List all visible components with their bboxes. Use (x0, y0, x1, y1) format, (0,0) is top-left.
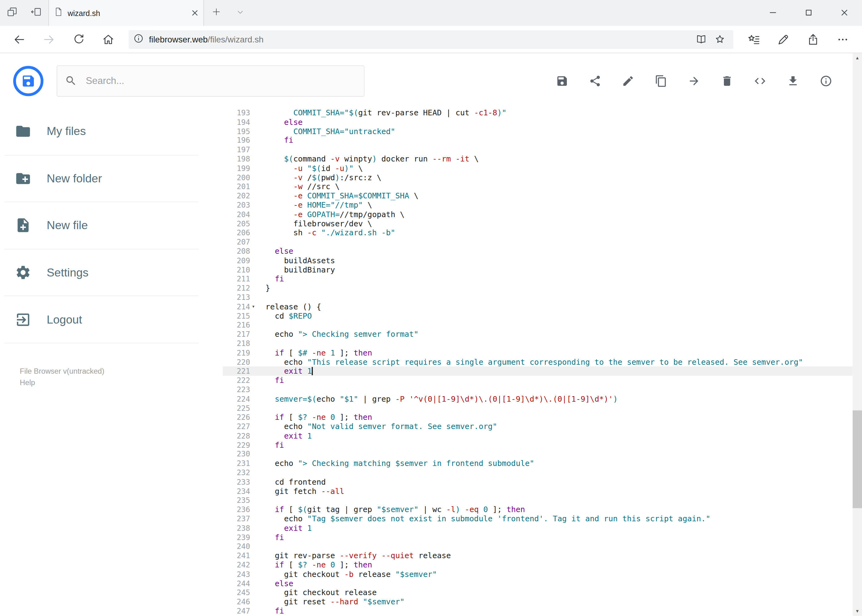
rename-button[interactable] (618, 71, 638, 91)
sidebar-item-my-files[interactable]: My files (4, 108, 199, 155)
code-line[interactable]: 203 -e HOME="//tmp" \ (222, 201, 853, 210)
reading-view-button[interactable] (692, 30, 710, 49)
code-line[interactable]: 240 (222, 542, 853, 551)
code-line[interactable]: 205 filebrowser/dev \ (222, 219, 853, 228)
code-line[interactable]: 217 echo "> Checking semver format" (222, 330, 853, 339)
code-line[interactable]: 221 exit 1 (222, 366, 853, 376)
info-button[interactable] (816, 71, 836, 91)
code-line[interactable]: 197 (222, 145, 853, 154)
code-line[interactable]: 204 -e GOPATH=//tmp/gopath \ (222, 210, 853, 219)
browser-tab[interactable]: wizard.sh (48, 0, 204, 26)
hub-button[interactable] (739, 25, 769, 53)
code-line[interactable]: 195 COMMIT_SHA="untracked" (222, 127, 853, 136)
code-line[interactable]: 229 fi (222, 440, 853, 449)
code-line[interactable]: 231 echo "> Checking matching $semver in… (222, 459, 853, 468)
tabs-aside-button[interactable] (0, 0, 24, 26)
copy-button[interactable] (651, 71, 671, 91)
code-line[interactable]: 247 fi (222, 607, 853, 616)
page-scrollbar[interactable]: ▲ ▼ (853, 53, 862, 616)
forward-button[interactable] (34, 25, 64, 53)
code-line[interactable]: 239 fi (222, 533, 853, 542)
code-line[interactable]: 233 cd frontend (222, 477, 853, 487)
code-line[interactable]: 244 else (222, 579, 853, 588)
code-line[interactable]: 218 (222, 339, 853, 348)
minimize-button[interactable] (755, 0, 791, 26)
refresh-button[interactable] (64, 25, 93, 53)
sidebar-item-new-file[interactable]: New file (4, 202, 199, 250)
code-line[interactable]: 196 fi (222, 136, 853, 145)
fold-marker-icon[interactable]: ▾ (252, 302, 255, 311)
set-tabs-aside-button[interactable] (24, 0, 49, 26)
help-link[interactable]: Help (20, 377, 222, 388)
code-line[interactable]: 211 fi (222, 274, 853, 284)
more-options-button[interactable] (828, 25, 857, 53)
scroll-down-arrow[interactable]: ▼ (853, 607, 862, 616)
code-line[interactable]: 199 -u "$(id -u)" \ (222, 163, 853, 173)
address-bar[interactable]: filebrowser.web/files/wizard.sh (129, 30, 733, 49)
tab-list-button[interactable] (228, 0, 252, 26)
code-line[interactable]: 198 $(command -v winpty) docker run --rm… (222, 154, 853, 163)
code-line[interactable]: 200 -v /$(pwd):/src:z \ (222, 173, 853, 182)
maximize-button[interactable] (791, 0, 826, 26)
code-line[interactable]: 207 (222, 237, 853, 247)
sidebar-item-new-folder[interactable]: New folder (4, 155, 199, 202)
code-line[interactable]: 219 if [ $# -ne 1 ]; then (222, 348, 853, 357)
sidebar-item-settings[interactable]: Settings (4, 250, 199, 297)
code-line[interactable]: 206 sh -c "./wizard.sh -b" (222, 228, 853, 237)
new-tab-button[interactable] (204, 0, 229, 26)
scroll-up-arrow[interactable]: ▲ (853, 53, 862, 63)
code-line[interactable]: 202 -e COMMIT_SHA=$COMMIT_SHA \ (222, 191, 853, 201)
code-line[interactable]: 208 else (222, 247, 853, 256)
site-info-icon[interactable] (133, 33, 144, 46)
code-line[interactable]: 246 git reset --hard "$semver" (222, 597, 853, 607)
code-line[interactable]: 224 semver=$(echo "$1" | grep -P '^v(0|[… (222, 394, 853, 404)
code-line[interactable]: 193 COMMIT_SHA="$(git rev-parse HEAD | c… (222, 108, 853, 118)
code-line[interactable]: 215 cd $REPO (222, 311, 853, 321)
scrollbar-thumb[interactable] (853, 410, 862, 508)
download-button[interactable] (783, 71, 803, 91)
code-line[interactable]: 235 (222, 496, 853, 505)
move-button[interactable] (684, 71, 704, 91)
code-line[interactable]: 214▾release () { (222, 302, 853, 311)
code-line[interactable]: 232 (222, 468, 853, 477)
code-line[interactable]: 210 buildBinary (222, 265, 853, 274)
close-button[interactable] (826, 0, 862, 26)
code-line[interactable]: 227 echo "Not valid semver format. See s… (222, 422, 853, 431)
code-line[interactable]: 228 exit 1 (222, 431, 853, 440)
tab-close-icon[interactable] (192, 8, 198, 18)
share-page-button[interactable] (798, 25, 828, 53)
code-line[interactable]: 230 (222, 449, 853, 459)
save-button[interactable] (552, 71, 572, 91)
code-line[interactable]: 194 else (222, 118, 853, 127)
sidebar-item-logout[interactable]: Logout (4, 297, 199, 344)
home-button[interactable] (93, 25, 123, 53)
add-favorite-button[interactable] (710, 30, 729, 49)
code-line[interactable]: 234 git fetch --all (222, 487, 853, 496)
code-line[interactable]: 236 if [ $(git tag | grep "$semver" | wc… (222, 505, 853, 514)
code-line[interactable]: 220 echo "This release script requires a… (222, 357, 853, 366)
code-line[interactable]: 223 (222, 385, 853, 394)
code-line[interactable]: 209 buildAssets (222, 256, 853, 265)
web-note-button[interactable] (769, 25, 798, 53)
code-line[interactable]: 242 if [ $? -ne 0 ]; then (222, 560, 853, 570)
code-line[interactable]: 201 -w //src \ (222, 182, 853, 191)
code-line[interactable]: 225 (222, 404, 853, 413)
back-button[interactable] (4, 25, 34, 53)
code-line[interactable]: 241 git rev-parse --verify --quiet relea… (222, 551, 853, 560)
delete-button[interactable] (717, 71, 737, 91)
share-button[interactable] (585, 71, 605, 91)
code-line[interactable]: 216 (222, 321, 853, 330)
url-text[interactable]: filebrowser.web/files/wizard.sh (149, 35, 692, 44)
code-line[interactable]: 245 git checkout release (222, 588, 853, 597)
code-editor[interactable]: 193 COMMIT_SHA="$(git rev-parse HEAD | c… (222, 108, 853, 616)
filebrowser-logo[interactable] (13, 66, 43, 96)
code-line[interactable]: 226 if [ $? -ne 0 ]; then (222, 413, 853, 422)
code-line[interactable]: 243 git checkout -b release "$semver" (222, 570, 853, 579)
code-line[interactable]: 238 exit 1 (222, 523, 853, 533)
code-line[interactable]: 237 echo "Tag $semver does not exist in … (222, 514, 853, 523)
code-line[interactable]: 222 fi (222, 376, 853, 385)
search-input[interactable] (85, 74, 364, 87)
code-line[interactable]: 213 (222, 293, 853, 302)
edit-source-button[interactable] (750, 71, 770, 91)
search-box[interactable] (57, 65, 364, 97)
